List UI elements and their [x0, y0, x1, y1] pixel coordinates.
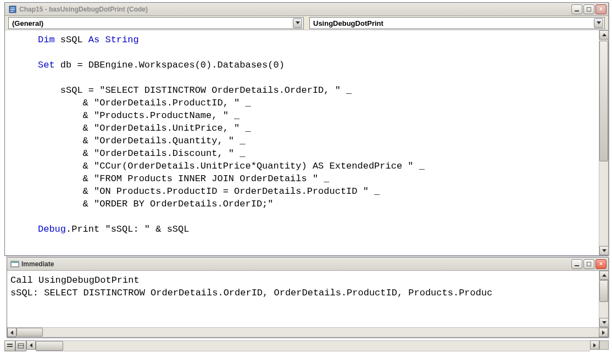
code-editor[interactable]: Dim sSQL As String Set db = DBEngine.Wor…	[5, 30, 599, 255]
code-window: Chap15 - basUsingDebugDotPrint (Code) × …	[4, 2, 609, 256]
code-window-title: Chap15 - basUsingDebugDotPrint (Code)	[19, 5, 571, 13]
maximize-button[interactable]	[583, 259, 594, 269]
svg-rect-7	[11, 261, 19, 263]
immediate-output[interactable]: Call UsingDebugDotPrint sSQL: SELECT DIS…	[7, 271, 599, 327]
scroll-right-icon[interactable]	[590, 340, 599, 350]
module-icon	[8, 5, 17, 14]
outer-horizontal-scrollbar[interactable]	[26, 340, 609, 351]
svg-rect-10	[7, 344, 13, 345]
view-mode-buttons	[4, 340, 26, 351]
scroll-left-icon[interactable]	[26, 340, 36, 350]
svg-rect-8	[575, 265, 579, 266]
code-titlebar[interactable]: Chap15 - basUsingDebugDotPrint (Code) ×	[5, 3, 608, 16]
scroll-thumb[interactable]	[599, 280, 608, 302]
object-dropdown-value: (General)	[12, 19, 293, 27]
scroll-left-icon[interactable]	[7, 328, 16, 337]
svg-rect-11	[7, 346, 13, 347]
vertical-scrollbar[interactable]	[599, 271, 608, 327]
scroll-up-icon[interactable]	[599, 271, 609, 280]
vertical-scrollbar[interactable]	[599, 30, 608, 255]
full-module-view-button[interactable]	[15, 340, 26, 351]
chevron-down-icon[interactable]	[594, 18, 603, 28]
scroll-thumb[interactable]	[16, 328, 43, 337]
scroll-thumb[interactable]	[599, 41, 608, 161]
svg-rect-3	[10, 11, 14, 12]
svg-rect-1	[10, 8, 15, 8]
scroll-down-icon[interactable]	[599, 318, 609, 327]
scroll-right-icon[interactable]	[599, 328, 608, 337]
resize-grip[interactable]	[599, 340, 609, 350]
scroll-down-icon[interactable]	[599, 246, 609, 255]
svg-rect-13	[18, 345, 24, 346]
immediate-titlebar[interactable]: Immediate ×	[7, 257, 608, 271]
svg-rect-9	[587, 262, 591, 266]
procedure-view-button[interactable]	[4, 340, 15, 351]
svg-rect-2	[10, 9, 15, 10]
minimize-button[interactable]	[571, 259, 582, 269]
chevron-down-icon[interactable]	[293, 18, 302, 28]
scroll-thumb[interactable]	[36, 341, 63, 351]
scroll-up-icon[interactable]	[599, 30, 609, 40]
dropdown-bar: (General) UsingDebugDotPrint	[5, 16, 608, 30]
horizontal-scrollbar[interactable]	[7, 327, 608, 337]
immediate-icon	[10, 260, 19, 268]
procedure-dropdown-value: UsingDebugDotPrint	[313, 19, 594, 27]
maximize-button[interactable]	[583, 4, 594, 14]
object-dropdown[interactable]: (General)	[8, 17, 304, 29]
svg-rect-4	[575, 10, 579, 12]
close-button[interactable]: ×	[596, 4, 607, 14]
close-button[interactable]: ×	[596, 259, 607, 269]
procedure-dropdown[interactable]: UsingDebugDotPrint	[309, 17, 605, 29]
immediate-window-title: Immediate	[21, 260, 571, 268]
minimize-button[interactable]	[571, 4, 582, 14]
svg-rect-5	[587, 7, 591, 12]
immediate-window: Immediate × Call UsingDebugDotPrint sSQL…	[7, 257, 609, 338]
